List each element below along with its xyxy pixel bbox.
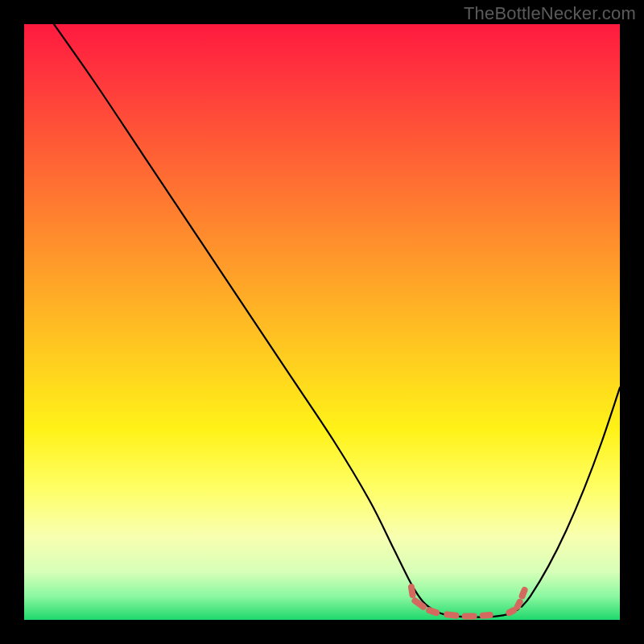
plot-area	[24, 24, 620, 620]
trough-dash	[518, 602, 520, 607]
trough-dash	[411, 587, 412, 595]
chart-svg	[24, 24, 620, 620]
chart-container: TheBottleNecker.com	[0, 0, 644, 644]
trough-dash	[509, 610, 514, 613]
trough-dash	[522, 590, 525, 596]
watermark-text: TheBottleNecker.com	[464, 3, 636, 24]
trough-dash	[429, 610, 436, 613]
gradient-background	[24, 24, 620, 620]
trough-dash	[483, 615, 490, 616]
trough-dash	[447, 614, 456, 615]
